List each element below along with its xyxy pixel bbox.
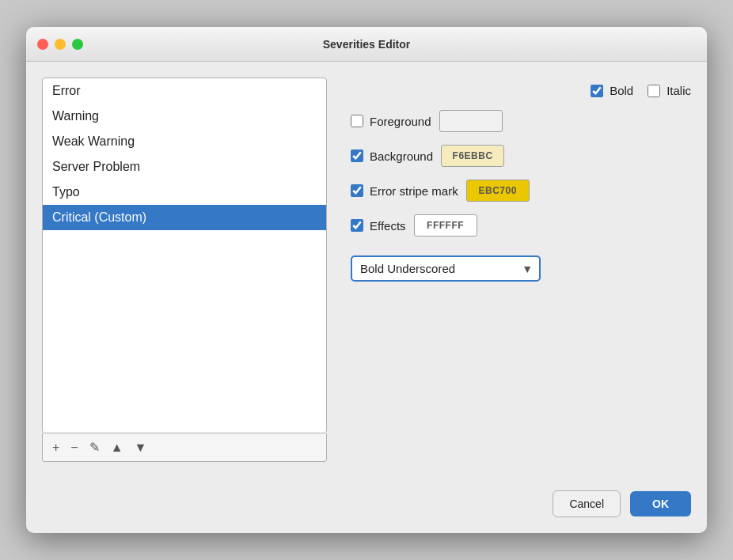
ok-button[interactable]: OK <box>630 491 691 516</box>
maximize-button[interactable] <box>72 39 83 50</box>
list-item-selected[interactable]: Critical (Custom) <box>43 205 326 230</box>
list-item[interactable]: Typo <box>43 180 326 205</box>
effects-row: Effects FFFFFF <box>351 214 691 236</box>
titlebar: Severities Editor <box>26 27 707 62</box>
effects-checkbox[interactable] <box>351 219 363 232</box>
close-button[interactable] <box>37 39 48 50</box>
background-label: Background <box>370 149 433 163</box>
effects-option[interactable]: Effects <box>351 219 406 233</box>
effects-select[interactable]: Bold Underscored Underscored Underwaved … <box>351 255 541 282</box>
foreground-label: Foreground <box>370 115 431 128</box>
foreground-row: Foreground <box>351 110 691 132</box>
effects-dropdown-wrapper[interactable]: Bold Underscored Underscored Underwaved … <box>351 255 541 282</box>
error-stripe-color-value: EBC700 <box>467 180 529 201</box>
background-option[interactable]: Background <box>351 149 433 163</box>
add-button[interactable]: + <box>49 439 63 456</box>
error-stripe-row: Error stripe mark EBC700 <box>351 180 691 202</box>
error-stripe-option[interactable]: Error stripe mark <box>351 184 458 198</box>
error-stripe-checkbox[interactable] <box>351 184 363 197</box>
error-stripe-label: Error stripe mark <box>370 184 458 198</box>
italic-label: Italic <box>667 84 691 97</box>
list-item[interactable]: Server Problem <box>43 154 326 180</box>
effects-color-swatch[interactable]: FFFFFF <box>414 214 477 236</box>
list-item[interactable]: Error <box>43 78 326 104</box>
background-row: Background F6EBBC <box>351 145 691 167</box>
foreground-option[interactable]: Foreground <box>351 115 431 128</box>
error-stripe-color-swatch[interactable]: EBC700 <box>466 180 530 202</box>
severities-editor-window: Severities Editor Error Warning Weak War… <box>26 27 707 533</box>
italic-option[interactable]: Italic <box>648 84 691 97</box>
foreground-checkbox[interactable] <box>351 115 363 127</box>
main-content: Error Warning Weak Warning Server Proble… <box>26 62 707 478</box>
list-toolbar: + − ✎ ▲ ▼ <box>42 433 327 462</box>
background-color-value: F6EBBC <box>442 146 503 166</box>
list-item[interactable]: Weak Warning <box>43 129 326 154</box>
left-panel: Error Warning Weak Warning Server Proble… <box>42 78 327 462</box>
bold-option[interactable]: Bold <box>591 84 633 97</box>
list-item[interactable]: Warning <box>43 104 326 129</box>
bold-checkbox[interactable] <box>591 85 603 97</box>
bold-italic-row: Bold Italic <box>351 84 691 97</box>
window-controls <box>37 39 83 50</box>
footer: Cancel OK <box>26 478 707 533</box>
minimize-button[interactable] <box>55 39 66 50</box>
remove-button[interactable]: − <box>67 439 81 456</box>
background-checkbox[interactable] <box>351 149 363 162</box>
edit-button[interactable]: ✎ <box>86 438 103 456</box>
move-up-button[interactable]: ▲ <box>108 439 127 456</box>
foreground-color-swatch[interactable] <box>439 110 503 132</box>
right-panel: Bold Italic Foreground Backgro <box>351 78 691 462</box>
window-title: Severities Editor <box>323 38 411 51</box>
effects-color-value: FFFFFF <box>415 215 477 236</box>
cancel-button[interactable]: Cancel <box>553 490 621 517</box>
move-down-button[interactable]: ▼ <box>131 439 150 456</box>
bold-label: Bold <box>610 84 633 97</box>
severity-list[interactable]: Error Warning Weak Warning Server Proble… <box>42 78 327 433</box>
effects-dropdown-row: Bold Underscored Underscored Underwaved … <box>351 255 691 282</box>
background-color-swatch[interactable]: F6EBBC <box>441 145 504 167</box>
effects-label: Effects <box>370 219 406 233</box>
italic-checkbox[interactable] <box>648 85 660 97</box>
